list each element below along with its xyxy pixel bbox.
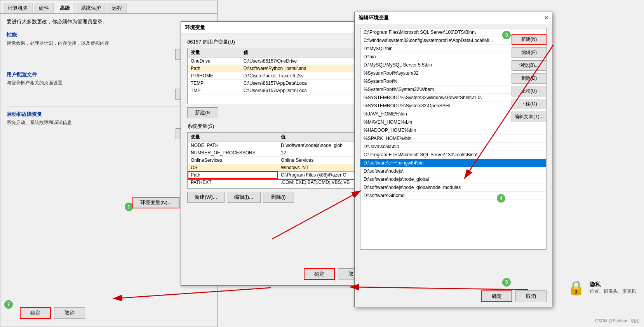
badge-7: 7 — [4, 300, 13, 309]
sys-vars-table: 变量 值 NODE_PATHD:\software\nodejs\node_gl… — [188, 133, 368, 189]
user-var-val: D:\Cisco Packet Tracer 6.2sv — [240, 72, 368, 80]
user-vars-table-container[interactable]: 变量 值 OneDriveC:\Users\86157\OneDrivePath… — [187, 48, 368, 104]
badge-4: 4 — [497, 194, 505, 203]
env-dialog-titlebar: 环境变量 — [181, 22, 374, 34]
user-var-row[interactable]: TMPC:\Users\86157\AppData\Loca — [188, 87, 368, 94]
privacy-text: 隐私 位置、摄像头、麦克风 — [590, 281, 636, 295]
edit-env-bottom-buttons: 确定 取消 — [360, 290, 547, 302]
user-var-val: C:\Users\86157\AppData\Loca — [240, 80, 368, 87]
user-var-name: Path — [188, 65, 240, 72]
watermark: CSDN @Siobhan_明杰 — [595, 318, 639, 324]
edit-env-cancel-btn[interactable]: 取消 — [515, 290, 547, 302]
sys-var-name: NUMBER_OF_PROCESSORS — [188, 149, 278, 157]
badge-3: 3 — [502, 31, 511, 39]
lock-icon: 🔒 — [567, 280, 585, 296]
tab-sysprotect[interactable]: 系统保护 — [76, 3, 106, 13]
sys-var-row[interactable]: platformcodeKV — [188, 186, 368, 189]
sys-col-var: 变量 — [188, 133, 278, 142]
sys-var-name: NODE_PATH — [188, 142, 278, 149]
user-var-name: PT6HOME — [188, 72, 240, 80]
sys-confirm-button[interactable]: 确定 — [20, 307, 51, 319]
user-col-val: 值 — [240, 48, 368, 58]
sys-var-row[interactable]: OSWindows_NT — [188, 164, 368, 171]
edit-env-path-item[interactable]: D:\software\nodejs\node_global — [360, 175, 546, 184]
env-dialog-title: 环境变量 — [185, 24, 205, 31]
user-var-row[interactable]: PT6HOMED:\Cisco Packet Tracer 6.2sv — [188, 72, 368, 80]
sys-props-tabs: 计算机名 硬件 高级 系统保护 远程 — [0, 0, 217, 14]
user-var-row[interactable]: PathD:\software\Python_install\ana — [188, 65, 368, 72]
edit-env-path-item[interactable]: D:\Java\scala\bin — [360, 143, 546, 151]
new-sys-var-btn[interactable]: 新建(W)... — [187, 192, 225, 203]
tab-computername[interactable]: 计算机名 — [3, 3, 33, 13]
edit-env-path-item[interactable]: %HADOOP_HOME%\bin — [360, 126, 546, 135]
edit-env-right-buttons: 新建(N) 编辑(E) 浏览(B)... 删除(D) 上移(U) 下移(O) 编… — [512, 34, 547, 122]
privacy-title: 隐私 — [590, 281, 636, 288]
edit-env-path-item[interactable]: D:\software\nodejs\ — [360, 167, 546, 175]
user-var-val: C:\Users\86157\AppData\Loca — [240, 87, 368, 94]
sys-cancel-button[interactable]: 取消 — [54, 307, 85, 319]
sys-vars-label: 系统变量(S) — [187, 123, 368, 130]
privacy-desc: 位置、摄像头、麦克风 — [590, 288, 636, 295]
badge-5: 5 — [502, 278, 511, 287]
edit-env-path-item[interactable]: C:\Program Files\Microsoft SQL Server\13… — [360, 151, 546, 159]
tab-hardware[interactable]: 硬件 — [34, 3, 54, 13]
env-confirm-btn[interactable]: 确定 — [304, 268, 335, 280]
sys-var-row[interactable]: PathC:\Program Files (x86)\Razer C — [188, 171, 368, 179]
edit-env-path-item[interactable]: D:\software\nodejs\node_global\node_modu… — [360, 184, 546, 192]
user-var-name: TEMP — [188, 80, 240, 87]
edit-env-moveup-btn[interactable]: 上移(U) — [512, 86, 547, 96]
edit-env-new-btn[interactable]: 新建(N) — [512, 34, 547, 45]
sys-vars-buttons: 新建(W)... 编辑(I)... 删除(l) — [187, 192, 368, 203]
tab-remote[interactable]: 远程 — [107, 3, 127, 13]
privacy-section: 🔒 隐私 位置、摄像头、麦克风 — [567, 280, 636, 296]
edit-env-delete-btn[interactable]: 删除(D) — [512, 73, 547, 84]
user-var-row[interactable]: OneDriveC:\Users\86157\OneDrive — [188, 58, 368, 65]
sys-bottom-buttons: 7 确定 取消 — [8, 307, 85, 319]
sys-var-row[interactable]: NUMBER_OF_PROCESSORS12 — [188, 149, 368, 157]
env-vars-dialog: 环境变量 86157 的用户变量(U) 变量 值 OneDriveC:\User… — [181, 21, 375, 286]
tab-advanced[interactable]: 高级 — [55, 3, 75, 13]
user-var-row[interactable]: TEMPC:\Users\86157\AppData\Loca — [188, 80, 368, 87]
sys-var-name: PATHEXT — [188, 179, 278, 186]
edit-env-path-item[interactable]: D:\software\c++\mingw64\bin — [360, 159, 546, 167]
edit-sys-var-btn[interactable]: 编辑(I)... — [227, 192, 261, 203]
edit-env-dialog: 编辑环境变量 × 3 新建(N) 编辑(E) 浏览(B)... 删除(D) 上移… — [354, 12, 552, 307]
sys-var-row[interactable]: NODE_PATHD:\software\nodejs\node_glob — [188, 142, 368, 149]
delete-sys-var-btn[interactable]: 删除(l) — [263, 192, 294, 203]
sys-var-row[interactable]: OnlineServicesOnline Services — [188, 157, 368, 164]
badge-1: 1 — [125, 203, 133, 211]
edit-env-confirm-btn[interactable]: 确定 — [481, 290, 512, 302]
edit-env-edit-btn[interactable]: 编辑(E) — [512, 47, 547, 58]
user-vars-buttons: 新建(N — [187, 107, 368, 118]
sys-var-row[interactable]: PATHEXT.COM;.EXE;.BAT;.CMD;.VBS;.VB — [188, 179, 368, 186]
edit-env-browse-btn[interactable]: 浏览(B)... — [512, 60, 547, 71]
user-vars-table: 变量 值 OneDriveC:\Users\86157\OneDrivePath… — [188, 48, 368, 94]
edit-env-path-item[interactable]: D:\software\Git\cmd — [360, 192, 546, 200]
edit-env-movedown-btn[interactable]: 下移(O) — [512, 99, 547, 109]
sys-vars-table-container[interactable]: 变量 值 NODE_PATHD:\software\nodejs\node_gl… — [187, 132, 368, 189]
edit-env-titlebar: 编辑环境变量 × — [355, 12, 552, 24]
user-vars-label: 86157 的用户变量(U) — [187, 38, 368, 45]
env-vars-button[interactable]: 环境变量(N)... — [132, 197, 179, 208]
sys-var-name: OS — [188, 164, 278, 171]
sys-var-name: platformcode — [188, 186, 278, 189]
user-col-var: 变量 — [188, 48, 240, 58]
user-var-name: TMP — [188, 87, 240, 94]
new-user-var-btn[interactable]: 新建(N — [187, 107, 218, 118]
edit-env-edittext-btn[interactable]: 编辑文本(T)... — [512, 112, 547, 122]
edit-env-path-item[interactable]: %SPARK_HOME%\bin — [360, 135, 546, 143]
edit-env-title: 编辑环境变量 — [359, 14, 389, 21]
user-var-name: OneDrive — [188, 58, 240, 65]
sys-var-name: Path — [188, 171, 278, 179]
user-var-val: C:\Users\86157\OneDrive — [240, 58, 368, 65]
edit-env-close-btn[interactable]: × — [545, 14, 548, 21]
sys-var-name: OnlineServices — [188, 157, 278, 164]
user-var-val: D:\software\Python_install\ana — [240, 65, 368, 72]
